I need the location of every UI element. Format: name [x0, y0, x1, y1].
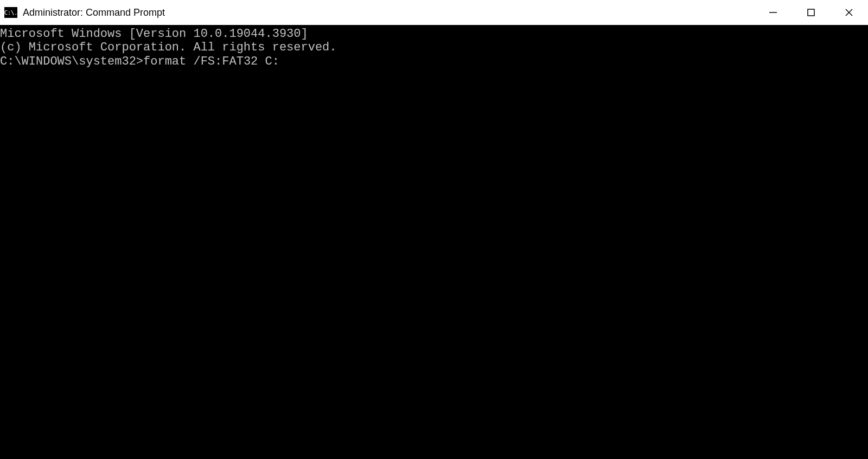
terminal-prompt-line: C:\WINDOWS\system32>format /FS:FAT32 C:	[0, 55, 868, 68]
cmd-icon: C:\.	[4, 7, 17, 18]
window-controls	[754, 0, 868, 25]
svg-rect-1	[808, 9, 814, 16]
titlebar-left: C:\. Administrator: Command Prompt	[4, 7, 165, 18]
close-icon	[844, 8, 854, 17]
maximize-button[interactable]	[792, 0, 830, 25]
close-button[interactable]	[830, 0, 868, 25]
window-title: Administrator: Command Prompt	[23, 7, 165, 18]
terminal-line-copyright: (c) Microsoft Corporation. All rights re…	[0, 41, 868, 54]
minimize-icon	[768, 8, 778, 17]
window-titlebar: C:\. Administrator: Command Prompt	[0, 0, 868, 25]
terminal-line-version: Microsoft Windows [Version 10.0.19044.39…	[0, 27, 868, 41]
maximize-icon	[807, 8, 815, 17]
terminal-prompt: C:\WINDOWS\system32>	[0, 55, 143, 68]
terminal-command[interactable]: format /FS:FAT32 C:	[143, 55, 279, 68]
minimize-button[interactable]	[754, 0, 792, 25]
terminal-area[interactable]: Microsoft Windows [Version 10.0.19044.39…	[0, 25, 868, 459]
